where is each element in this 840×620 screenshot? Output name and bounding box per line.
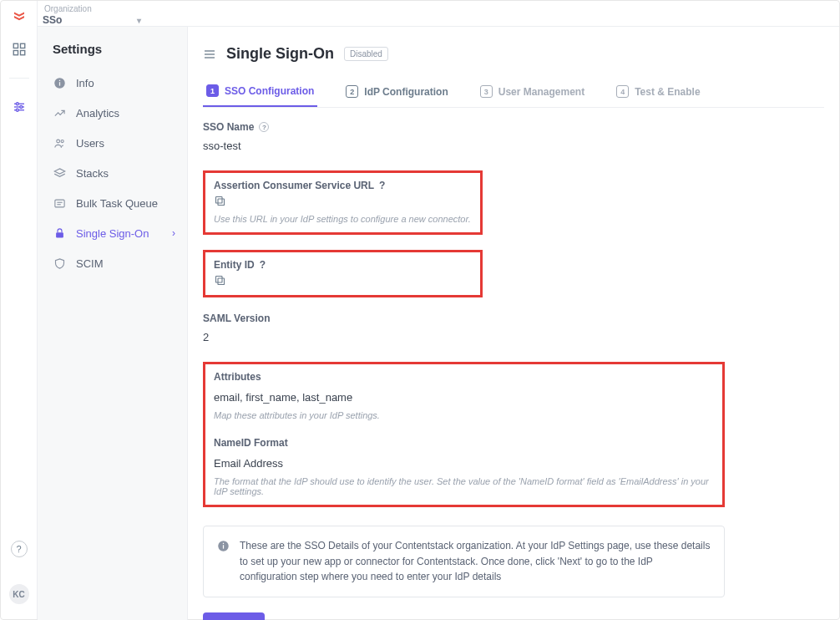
section-saml-version: SAML Version 2 — [203, 313, 824, 343]
config-tabs: 1SSO Configuration 2IdP Configuration 3U… — [203, 84, 824, 108]
tab-sso-configuration[interactable]: 1SSO Configuration — [203, 84, 317, 107]
attributes-nameid-box: Attributes email, first_name, last_name … — [203, 362, 725, 507]
nameid-hint: The format that the IdP should use to id… — [214, 476, 714, 496]
svg-rect-3 — [20, 51, 24, 55]
help-icon[interactable]: ? — [11, 541, 28, 557]
svg-point-8 — [19, 106, 22, 109]
org-label: Organization — [44, 4, 839, 13]
sidebar-item-users[interactable]: Users — [38, 128, 187, 158]
entity-id-label: Entity ID — [214, 259, 255, 271]
queue-icon — [53, 196, 66, 210]
settings-rail-icon[interactable] — [11, 99, 28, 115]
svg-point-7 — [16, 103, 18, 105]
sidebar-item-sso[interactable]: Single Sign-On › — [38, 218, 187, 248]
sidebar-item-label: Bulk Task Queue — [76, 197, 158, 210]
settings-sidebar: Settings Info Analytics Users Stacks — [38, 27, 188, 620]
sidebar-item-scim[interactable]: SCIM — [38, 248, 187, 278]
user-avatar[interactable]: KC — [9, 584, 29, 604]
sidebar-item-info[interactable]: Info — [38, 68, 187, 98]
svg-rect-0 — [13, 43, 18, 48]
org-name: SSo — [43, 14, 62, 26]
sidebar-item-label: Info — [76, 77, 94, 89]
tab-idp-configuration[interactable]: 2IdP Configuration — [342, 84, 451, 107]
rail-divider — [9, 78, 29, 79]
org-selector[interactable]: SSo ▾ — [43, 13, 839, 26]
svg-point-9 — [16, 109, 18, 111]
acs-url-hint: Use this URL in your IdP settings to con… — [214, 214, 472, 224]
svg-rect-2 — [13, 51, 18, 55]
svg-point-13 — [56, 140, 59, 143]
svg-marker-15 — [54, 168, 65, 173]
page-header: Single Sign-On Disabled — [203, 45, 824, 63]
svg-rect-24 — [216, 197, 223, 204]
acs-url-copy-row — [214, 195, 472, 207]
sso-name-value: sso-test — [203, 140, 824, 152]
svg-rect-19 — [56, 232, 63, 237]
shield-icon — [53, 257, 66, 270]
analytics-icon — [53, 106, 66, 119]
stacks-icon — [53, 166, 66, 180]
main-content: Single Sign-On Disabled 1SSO Configurati… — [188, 27, 839, 620]
svg-rect-29 — [223, 543, 224, 544]
info-icon — [53, 76, 66, 89]
sidebar-item-label: Stacks — [76, 167, 109, 180]
help-icon[interactable]: ? — [379, 180, 385, 191]
lock-icon — [53, 226, 66, 240]
copy-icon[interactable] — [214, 274, 472, 287]
attributes-label: Attributes — [214, 371, 261, 383]
tab-user-management: 3User Management — [477, 84, 588, 107]
info-icon — [217, 540, 230, 585]
copy-icon[interactable] — [214, 195, 472, 207]
chevron-down-icon: ▾ — [137, 16, 141, 25]
sidebar-item-label: Users — [76, 137, 104, 150]
tab-test-enable: 4Test & Enable — [613, 84, 703, 107]
help-icon[interactable]: ? — [260, 259, 266, 271]
page-title: Single Sign-On — [226, 45, 334, 63]
info-text: These are the SSO Details of your Conten… — [240, 538, 711, 585]
sidebar-item-label: Analytics — [76, 107, 119, 119]
sidebar-title: Settings — [38, 42, 187, 68]
chevron-right-icon: › — [172, 227, 175, 239]
svg-rect-28 — [223, 545, 224, 548]
acs-url-label: Assertion Consumer Service URL — [214, 180, 374, 191]
attributes-hint: Map these attributes in your IdP setting… — [214, 410, 714, 420]
sidebar-item-analytics[interactable]: Analytics — [38, 98, 187, 128]
brand-logo — [11, 8, 28, 24]
svg-rect-26 — [216, 277, 223, 283]
sidebar-item-label: Single Sign-On — [76, 227, 149, 240]
svg-rect-23 — [218, 199, 225, 206]
nameid-value: Email Address — [214, 457, 714, 470]
dashboard-icon[interactable] — [11, 41, 28, 58]
nameid-label: NameID Format — [214, 437, 288, 449]
attributes-value: email, first_name, last_name — [214, 391, 714, 404]
saml-version-label: SAML Version — [203, 313, 270, 324]
svg-rect-16 — [54, 200, 63, 207]
svg-rect-1 — [20, 43, 24, 48]
users-icon — [53, 136, 66, 150]
left-rail: ? KC — [1, 1, 38, 619]
next-button[interactable]: Next › — [203, 612, 265, 620]
top-bar: Organization SSo ▾ — [38, 1, 839, 27]
status-badge: Disabled — [344, 47, 388, 61]
info-callout: These are the SSO Details of your Conten… — [203, 526, 725, 597]
sidebar-item-bulk-task-queue[interactable]: Bulk Task Queue — [38, 188, 187, 218]
section-sso-name: SSO Name? sso-test — [203, 121, 824, 152]
svg-rect-12 — [58, 79, 59, 80]
saml-version-value: 2 — [203, 331, 824, 343]
acs-url-box: Assertion Consumer Service URL? Use this… — [203, 170, 483, 235]
help-icon[interactable]: ? — [259, 122, 269, 132]
sidebar-item-stacks[interactable]: Stacks — [38, 158, 187, 188]
svg-rect-25 — [218, 278, 225, 285]
menu-icon[interactable] — [203, 48, 216, 61]
sso-name-label: SSO Name — [203, 121, 254, 133]
svg-rect-11 — [58, 82, 59, 85]
svg-point-14 — [61, 140, 63, 142]
entity-id-box: Entity ID? — [203, 250, 483, 297]
sidebar-item-label: SCIM — [76, 257, 104, 270]
entity-id-copy-row — [214, 274, 472, 287]
